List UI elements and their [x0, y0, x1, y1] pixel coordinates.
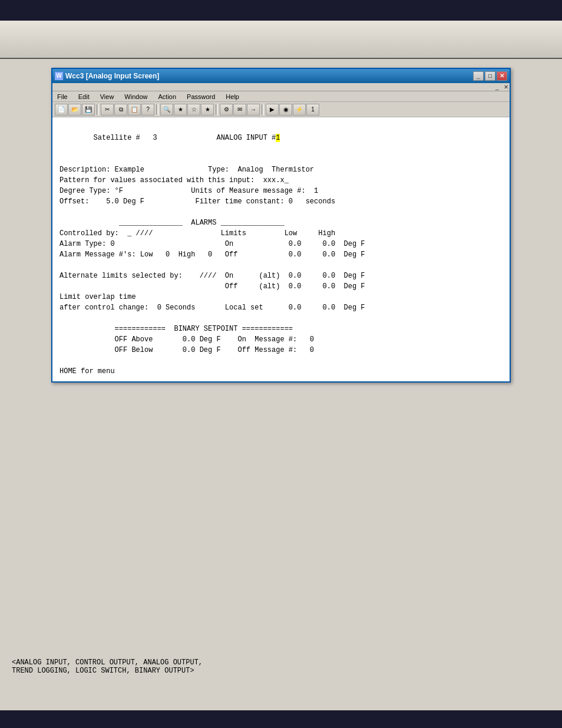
toolbar-b10[interactable]: ◉	[279, 104, 292, 116]
footer-line2: TREND LOGGING, LOGIC SWITCH, BINARY OUTP…	[12, 667, 203, 675]
line-blank5	[59, 355, 503, 366]
maximize-button[interactable]: □	[485, 71, 495, 81]
line-pattern: Pattern for values associated with this …	[59, 175, 503, 186]
toolbar: 📄 📂 💾 ✂ ⧉ 📋 ? 🔍 ★ ☆ ★ ⚙ ✉ → ▶ ◉ ⚡ 1	[52, 102, 510, 117]
toolbar-paste[interactable]: 📋	[128, 104, 141, 116]
line-binary-header: ============ BINARY SETPOINT ===========…	[59, 324, 503, 334]
line-alternate: Alternate limits selected by: //// On (a…	[59, 271, 503, 281]
line-limit-overlap: Limit overlap time	[59, 292, 503, 302]
content-area: Satellite # 3 ANALOG INPUT #1 Descriptio…	[52, 117, 510, 381]
toolbar-b12[interactable]: 1	[306, 104, 319, 116]
line-blank3	[59, 260, 503, 271]
minimize-button[interactable]: _	[473, 71, 484, 81]
line-home: HOME for menu	[59, 366, 503, 377]
line-off-below: OFF Below 0.0 Deg F Off Message #: 0	[59, 345, 503, 355]
restore-bar: _ ✕	[495, 84, 508, 90]
toolbar-b7[interactable]: ✉	[233, 104, 246, 116]
toolbar-b4[interactable]: ☆	[187, 104, 200, 116]
toolbar-new[interactable]: 📄	[55, 104, 68, 116]
close-button[interactable]: ✕	[497, 71, 507, 81]
line-degree: Degree Type: °F Units of Measure message…	[59, 186, 503, 196]
toolbar-sep1	[97, 104, 99, 115]
line-off-alt: Off (alt) 0.0 0.0 Deg F	[59, 281, 503, 292]
main-content: W Wcc3 [Analog Input Screen] _ □ ✕ _ ✕ F…	[0, 59, 562, 710]
menu-password[interactable]: Password	[184, 93, 217, 101]
line-off-above: OFF Above 0.0 Deg F On Message #: 0	[59, 334, 503, 345]
menu-view[interactable]: View	[98, 93, 117, 101]
toolbar-b3[interactable]: ★	[174, 104, 187, 116]
line-alarm-messages: Alarm Message #'s: Low 0 High 0 Off 0.0 …	[59, 249, 503, 260]
line-alarms-header: _______________ ALARMS _______________	[59, 218, 503, 228]
menu-bar: File Edit View Window Action Password He…	[52, 91, 510, 102]
line-satellite: Satellite # 3 ANALOG INPUT #1	[59, 122, 503, 154]
toolbar-b11[interactable]: ⚡	[293, 104, 306, 116]
toolbar-sep3	[216, 104, 218, 115]
line-blank1	[59, 154, 503, 164]
line-blank4	[59, 313, 503, 324]
header-area	[0, 21, 562, 59]
toolbar-cut[interactable]: ✂	[101, 104, 114, 116]
toolbar-b8[interactable]: →	[247, 104, 260, 116]
line-after-control: after control change: 0 Seconds Local se…	[59, 302, 503, 313]
input-number-highlight: 1	[276, 134, 280, 142]
toolbar-b9[interactable]: ▶	[266, 104, 279, 116]
line-alarm-type: Alarm Type: 0 On 0.0 0.0 Deg F	[59, 239, 503, 249]
menu-edit[interactable]: Edit	[76, 93, 92, 101]
footer-text: <ANALOG INPUT, CONTROL OUTPUT, ANALOG OU…	[12, 658, 203, 675]
menu-help[interactable]: Help	[223, 93, 242, 101]
title-bar: W Wcc3 [Analog Input Screen] _ □ ✕	[52, 69, 510, 83]
toolbar-b6[interactable]: ⚙	[220, 104, 233, 116]
toolbar-sep4	[262, 104, 264, 115]
line-blank2	[59, 207, 503, 218]
toolbar-b5[interactable]: ★	[201, 104, 214, 116]
bottom-bar	[0, 710, 562, 728]
line-description: Description: Example Type: Analog Thermi…	[59, 164, 503, 175]
title-bar-text: W Wcc3 [Analog Input Screen]	[55, 72, 159, 80]
toolbar-sep2	[156, 104, 158, 115]
toolbar-open[interactable]: 📂	[68, 104, 81, 116]
toolbar-b1[interactable]: ?	[141, 104, 154, 116]
toolbar-b2[interactable]: 🔍	[160, 104, 173, 116]
window-icon: W	[55, 72, 63, 80]
application-window: W Wcc3 [Analog Input Screen] _ □ ✕ _ ✕ F…	[51, 68, 511, 383]
title-bar-buttons[interactable]: _ □ ✕	[473, 71, 507, 81]
menu-action[interactable]: Action	[156, 93, 178, 101]
toolbar-save[interactable]: 💾	[82, 104, 95, 116]
footer-line1: <ANALOG INPUT, CONTROL OUTPUT, ANALOG OU…	[12, 658, 203, 667]
line-controlled: Controlled by: _ //// Limits Low High	[59, 228, 503, 239]
menu-file[interactable]: File	[55, 93, 70, 101]
menu-window[interactable]: Window	[122, 93, 150, 101]
toolbar-copy[interactable]: ⧉	[114, 104, 127, 116]
top-bar	[0, 0, 562, 21]
line-offset: Offset: 5.0 Deg F Filter time constant: …	[59, 196, 503, 207]
